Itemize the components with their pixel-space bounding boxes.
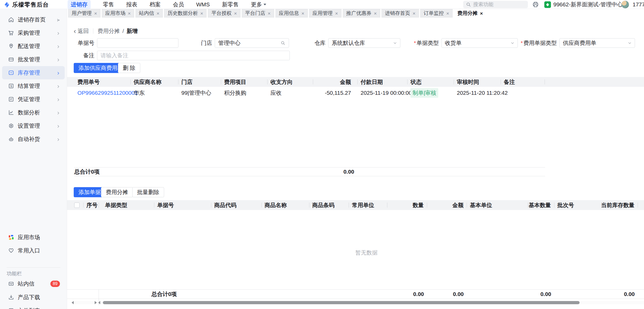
- topbar-divider: [617, 2, 617, 7]
- top-nav: 进销存 零售 报表 档案 会员 WMS 新零售 更多: [68, 0, 266, 9]
- batch-delete-button[interactable]: 批量删除: [132, 187, 164, 197]
- store-input[interactable]: [218, 40, 281, 46]
- tab-invoicing-home[interactable]: 进销存首页×: [382, 9, 419, 18]
- nav-item-new-retail[interactable]: 新零售: [222, 1, 239, 8]
- fee-allocate-button[interactable]: 费用分摊: [101, 187, 133, 197]
- close-icon[interactable]: ×: [200, 11, 203, 16]
- message-count-badge: 89: [50, 281, 60, 287]
- close-icon[interactable]: ×: [374, 11, 377, 16]
- app-logo[interactable]: 乐檬零售后台: [4, 1, 49, 9]
- sidebar-item-inventory[interactable]: 库存管理: [2, 66, 65, 79]
- chevron-right-icon: [56, 84, 60, 90]
- sidebar-item-messages[interactable]: 站内信 89: [0, 277, 67, 290]
- nav-item-invoicing[interactable]: 进销存: [68, 0, 91, 9]
- amount-cell: -50,115.27: [313, 87, 354, 99]
- nav-item-wms[interactable]: WMS: [196, 1, 210, 8]
- warehouse-select[interactable]: 系统默认仓库: [328, 38, 400, 48]
- sidebar-collapse-icon[interactable]: [56, 17, 60, 24]
- add-doc-button[interactable]: 添加单据: [74, 187, 106, 197]
- search-input[interactable]: [473, 2, 521, 7]
- sidebar-item-file-list[interactable]: 文件列表: [0, 304, 67, 309]
- sidebar-item-delivery[interactable]: 配送管理: [0, 40, 67, 53]
- tab-app-info[interactable]: 应用信息×: [275, 9, 308, 18]
- close-icon[interactable]: ×: [301, 11, 304, 16]
- breadcrumb-divider: [93, 28, 93, 34]
- doc-type-label: *单据类型: [403, 38, 439, 48]
- close-icon[interactable]: ×: [268, 11, 271, 16]
- chevron-down-icon: [393, 41, 397, 45]
- sidebar-item-auto-replenish[interactable]: 自动补货: [0, 132, 67, 146]
- horizontal-scrollbar[interactable]: [98, 301, 644, 304]
- required-asterisk: *: [521, 40, 523, 46]
- tab-promo-coupons[interactable]: 推广优惠券×: [343, 9, 380, 18]
- close-icon[interactable]: ×: [234, 11, 237, 16]
- tab-app-management[interactable]: 应用管理×: [309, 9, 341, 18]
- doc-total-base-qty: 0.00: [528, 290, 554, 299]
- close-icon[interactable]: ×: [480, 11, 483, 16]
- scroll-left-arrow[interactable]: [72, 301, 74, 304]
- doc-no-field[interactable]: [97, 38, 178, 48]
- store-field[interactable]: [215, 38, 289, 48]
- nav-item-more[interactable]: 更多: [251, 1, 266, 8]
- doc-no-input[interactable]: [100, 40, 175, 46]
- dropdown-caret-icon: [264, 4, 266, 5]
- sidebar-item-wholesale[interactable]: 批发管理: [0, 53, 67, 66]
- sidebar-item-product-download[interactable]: 产品下载: [0, 291, 67, 304]
- sidebar-item-favorites[interactable]: 常用入口: [0, 244, 67, 257]
- nav-item-reports[interactable]: 报表: [126, 1, 137, 8]
- sidebar-item-settlement[interactable]: $ 结算管理: [0, 79, 67, 93]
- close-icon[interactable]: ×: [128, 11, 131, 16]
- fixed-columns-scrollbar[interactable]: [72, 301, 97, 304]
- tab-platform-stores[interactable]: 平台门店×: [242, 9, 274, 18]
- nav-item-retail[interactable]: 零售: [103, 1, 114, 8]
- close-icon[interactable]: ×: [335, 11, 338, 16]
- tenant-name[interactable]: 99662-新界面测试-管理中心: [553, 0, 623, 9]
- doc-no-label: 单据号: [72, 38, 94, 48]
- close-icon[interactable]: ×: [446, 11, 449, 16]
- tab-app-market[interactable]: 应用市场×: [102, 9, 134, 18]
- fee-no-link[interactable]: OP99662992511200001: [77, 90, 138, 96]
- back-arrow-icon: ‹: [74, 28, 76, 34]
- printer-icon[interactable]: [532, 1, 539, 9]
- chevron-right-icon: [56, 123, 60, 130]
- sidebar-item-settings[interactable]: 设置管理: [0, 119, 67, 132]
- nav-item-members[interactable]: 会员: [173, 1, 184, 8]
- fee-table-totals: 总合计0项 0.00: [74, 167, 545, 176]
- remark-label: 备注: [72, 51, 94, 60]
- remark-input[interactable]: [100, 52, 286, 59]
- tab-order-monitor[interactable]: 订单监控×: [420, 9, 453, 18]
- tab-history-analysis[interactable]: 历史数据分析×: [164, 9, 207, 18]
- global-search[interactable]: [463, 1, 528, 8]
- fee-doc-type-select[interactable]: 供应商费用单: [559, 38, 635, 48]
- chevron-right-icon: [56, 70, 60, 77]
- scrollbar-thumb[interactable]: [103, 301, 580, 304]
- user-name[interactable]: 1777: [633, 0, 644, 9]
- tab-platform-auth[interactable]: 平台授权×: [208, 9, 240, 18]
- nav-item-archives[interactable]: 档案: [150, 1, 161, 8]
- fee-table-row[interactable]: OP99662992511200001 华东 99|管理中心 积分换购 应收 -…: [67, 87, 644, 99]
- delete-button[interactable]: 删 除: [118, 63, 140, 73]
- chevron-right-icon: [56, 57, 60, 63]
- sidebar-item-purchase[interactable]: 采购管理: [0, 26, 67, 40]
- sidebar-item-voucher[interactable]: 凭证管理: [0, 93, 67, 106]
- tab-messages[interactable]: 站内信×: [135, 9, 163, 18]
- tab-user-management[interactable]: 用户管理×: [68, 9, 100, 18]
- gear-icon: [8, 123, 14, 129]
- doc-type-select[interactable]: 收货单: [441, 38, 518, 48]
- search-icon: [466, 2, 471, 7]
- scroll-right-arrow[interactable]: [95, 301, 97, 304]
- back-button[interactable]: 返回: [78, 27, 89, 35]
- search-icon[interactable]: [281, 40, 286, 46]
- sidebar-item-invoicing-home[interactable]: 进销存首页: [0, 13, 67, 26]
- close-icon[interactable]: ×: [156, 11, 159, 16]
- select-all-checkbox[interactable]: [74, 203, 80, 208]
- chevron-down-icon: [628, 41, 632, 45]
- sidebar-item-analytics[interactable]: 数据分析: [0, 106, 67, 119]
- cart-icon: [8, 30, 14, 36]
- sidebar-item-app-market[interactable]: 应用市场: [0, 231, 67, 244]
- remark-field[interactable]: [97, 51, 290, 60]
- user-avatar[interactable]: [621, 1, 629, 8]
- close-icon[interactable]: ×: [94, 11, 97, 16]
- tab-fee-allocation[interactable]: 费用分摊×: [454, 9, 486, 18]
- close-icon[interactable]: ×: [413, 11, 415, 16]
